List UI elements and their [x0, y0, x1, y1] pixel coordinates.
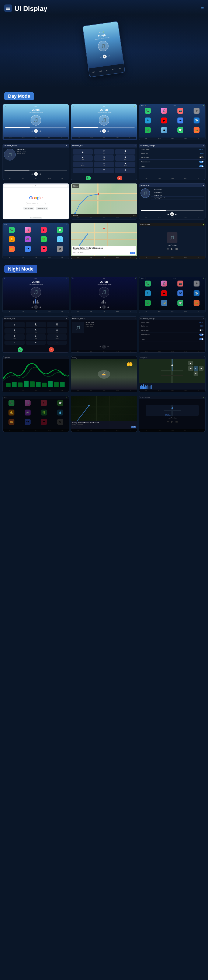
- carplay-msg[interactable]: 💬: [57, 227, 63, 233]
- dial-4[interactable]: 4GHI: [72, 155, 93, 161]
- carplay-podcast[interactable]: 🎙: [41, 227, 47, 233]
- night-app-maps[interactable]: 🗺: [177, 290, 183, 296]
- night-dial-star[interactable]: *: [5, 340, 25, 345]
- night-app-wea[interactable]: 🌙: [161, 300, 167, 306]
- night-dial-hash[interactable]: #: [47, 340, 67, 345]
- night-carplay-app6[interactable]: 🎮: [25, 410, 31, 415]
- dial-9[interactable]: 9WXYZ: [115, 162, 136, 167]
- menu-icon[interactable]: [4, 5, 12, 12]
- bt-prev[interactable]: ⏮: [31, 173, 33, 175]
- bt-next[interactable]: ⏭: [39, 173, 41, 175]
- carplay-app9[interactable]: 📻: [9, 246, 15, 252]
- next-btn[interactable]: ⏭: [108, 55, 110, 57]
- night-prev2[interactable]: ⏮: [99, 306, 101, 308]
- night-dial-2[interactable]: 2ABC: [26, 322, 46, 328]
- nav-center-btn[interactable]: ●: [194, 366, 198, 371]
- carplay-app7[interactable]: 🌿: [41, 236, 47, 242]
- night-app-music[interactable]: 🎵: [161, 280, 167, 286]
- nav-right-btn[interactable]: ▶: [199, 366, 203, 371]
- dial-1[interactable]: 1: [72, 149, 93, 154]
- night-carplay-settings[interactable]: ⚙: [57, 419, 63, 425]
- night-dial-4[interactable]: 4GHI: [5, 328, 25, 334]
- carplay-settings[interactable]: ⚙: [57, 246, 63, 252]
- social-prev[interactable]: ⏮: [167, 213, 169, 215]
- night-carplay-app11[interactable]: ❤: [41, 419, 47, 425]
- auto-connect-toggle[interactable]: [199, 161, 203, 163]
- google-search-btn[interactable]: Google Search: [24, 207, 35, 210]
- app-music[interactable]: 🎵: [161, 108, 167, 114]
- night-carplay-nav[interactable]: 🗺: [25, 419, 31, 425]
- np-next[interactable]: ⏭: [175, 247, 178, 250]
- app-maps[interactable]: 🗺: [177, 118, 183, 124]
- app-radio[interactable]: 📻: [194, 127, 200, 133]
- night-app-yt[interactable]: ▶: [161, 290, 167, 296]
- night-next1[interactable]: ⏭: [39, 306, 41, 308]
- night-go-btn[interactable]: GO: [131, 426, 136, 428]
- dial-3[interactable]: 3DEF: [115, 149, 136, 154]
- song-item-2[interactable]: 2 草原#华乐.mp3: [151, 191, 204, 194]
- night-end-btn[interactable]: ✕: [49, 347, 54, 352]
- nav-icon[interactable]: ≡: [201, 6, 204, 11]
- night-app-set[interactable]: ⚙: [194, 280, 200, 286]
- night-carplay-podcast[interactable]: 🎙: [41, 400, 47, 406]
- night-power-toggle[interactable]: [199, 338, 203, 340]
- carplay-app5[interactable]: 🔔: [9, 236, 15, 242]
- night-app-msg[interactable]: 💬: [177, 300, 183, 306]
- carplay-phone[interactable]: 📞: [9, 227, 15, 233]
- prev-btn[interactable]: ⏮: [100, 56, 102, 58]
- night-call-btn[interactable]: 📞: [17, 347, 23, 352]
- prev-track-btn[interactable]: ⏮: [31, 130, 33, 132]
- night-bt-prev[interactable]: ⏮: [99, 346, 101, 348]
- night-dial-5[interactable]: 5JKL: [26, 328, 46, 334]
- google-search-bar[interactable]: Search or type URL: [26, 202, 46, 205]
- song-item-1[interactable]: 1 华乐2_试听.mp3: [151, 188, 204, 191]
- app-youtube[interactable]: ▶: [161, 118, 167, 124]
- dial-5[interactable]: 5JKL: [94, 155, 114, 161]
- night-carplay-app5[interactable]: 🔔: [8, 410, 14, 415]
- song-item-3[interactable]: 3 华乐2_试听.mp3: [151, 194, 204, 197]
- next-track-btn[interactable]: ⏭: [39, 130, 41, 132]
- night-dial-7[interactable]: 7PQRS: [5, 334, 25, 340]
- social-play[interactable]: ▶: [170, 212, 174, 216]
- auto-answer-toggle[interactable]: [199, 156, 203, 158]
- night-app-spt[interactable]: 🎧: [145, 300, 151, 306]
- night-next2[interactable]: ⏭: [107, 306, 109, 308]
- night-dial-0[interactable]: 0: [26, 340, 46, 345]
- dial-0[interactable]: 0+: [94, 168, 114, 173]
- night-dial-1[interactable]: 1: [5, 322, 25, 328]
- night-dial-3[interactable]: 3DEF: [47, 322, 67, 328]
- nav-down-btn[interactable]: ▼: [194, 371, 198, 376]
- dial-7[interactable]: 7PQRS: [72, 162, 93, 167]
- night-prev1[interactable]: ⏮: [31, 306, 33, 308]
- url-bar[interactable]: google.com: [4, 185, 68, 187]
- prev-btn2[interactable]: ⏮: [99, 130, 101, 132]
- bt-play[interactable]: ⏸: [34, 172, 38, 176]
- dial-hash[interactable]: #: [115, 168, 136, 173]
- night-play1[interactable]: ⏸: [34, 305, 38, 309]
- dial-8[interactable]: 8TUV: [94, 162, 114, 167]
- song-item-4[interactable]: 4 华乐#试听_KTKK.mp3: [151, 197, 204, 199]
- app-messages[interactable]: 💬: [177, 127, 183, 133]
- np-prev[interactable]: ⏮: [167, 247, 169, 250]
- night-app-bt[interactable]: 📡: [194, 290, 200, 296]
- night-dial-6[interactable]: 6MNO: [47, 328, 67, 334]
- carplay-nav[interactable]: 🗺: [25, 246, 31, 252]
- carplay-app8[interactable]: 💧: [57, 236, 63, 242]
- app-settings[interactable]: ⚙: [194, 108, 200, 114]
- social-next[interactable]: ⏭: [175, 213, 177, 215]
- next-btn2[interactable]: ⏭: [107, 130, 109, 132]
- night-carplay-msg[interactable]: 💬: [57, 400, 63, 406]
- power-toggle[interactable]: [199, 165, 203, 167]
- carplay-music[interactable]: 🎵: [25, 227, 31, 233]
- app-phone[interactable]: 📞: [145, 108, 151, 114]
- night-auto-answer-toggle[interactable]: [199, 329, 203, 331]
- night-bt-next[interactable]: ⏭: [107, 346, 109, 348]
- nav-left-btn[interactable]: ◀: [188, 366, 193, 371]
- night-carplay-app9[interactable]: 📻: [8, 419, 14, 425]
- night-app-phone[interactable]: 📞: [145, 280, 151, 286]
- night-dial-8[interactable]: 8TUV: [26, 334, 46, 340]
- night-app-radio[interactable]: 📻: [194, 300, 200, 306]
- end-call-btn[interactable]: ✕: [117, 176, 122, 180]
- night-play2[interactable]: ⏸: [102, 305, 106, 309]
- night-np-prev[interactable]: ⏮: [167, 420, 169, 423]
